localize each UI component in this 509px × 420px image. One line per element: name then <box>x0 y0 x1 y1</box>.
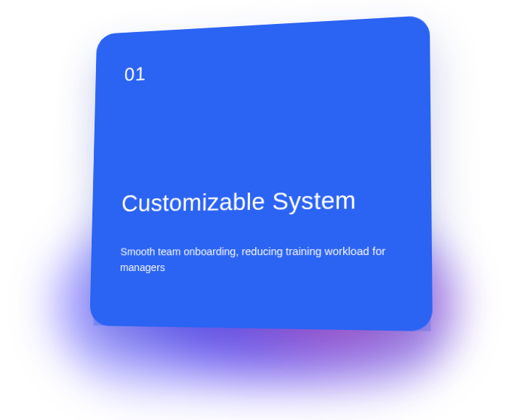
card-title: Customizable System <box>121 185 398 217</box>
card-number: 01 <box>124 51 397 86</box>
card-description: Smooth team onboarding, reducing trainin… <box>120 243 398 275</box>
feature-card: 01 Customizable System Smooth team onboa… <box>89 15 433 331</box>
feature-card-stage: 01 Customizable System Smooth team onboa… <box>0 0 509 420</box>
